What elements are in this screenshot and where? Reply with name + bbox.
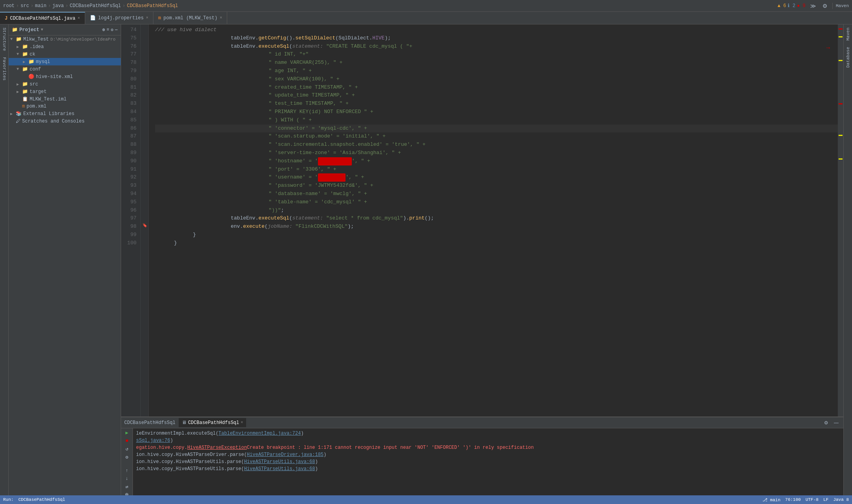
pom-file-icon: m xyxy=(22,104,25,109)
line-col: 76:100 xyxy=(785,497,801,502)
maven-side-label[interactable]: Maven xyxy=(836,4,849,8)
code-line-89: " 'server-time-zone' = 'Asia/Shanghai', … xyxy=(155,149,838,157)
tree-item-scratches[interactable]: ▶ 🖊 Scratches and Consoles xyxy=(9,117,121,125)
tree-item-target[interactable]: ▶ 📁 target xyxy=(9,88,121,95)
tab-log4j-close[interactable]: × xyxy=(146,16,148,20)
code-line-87: " 'scan.startup.mode' = 'initial', " + xyxy=(155,132,838,141)
bottom-settings-btn[interactable]: ⚙ xyxy=(822,419,830,426)
properties-icon: 📄 xyxy=(90,15,96,21)
java-version: Java 8 xyxy=(833,497,849,502)
conf-arrow: ▼ xyxy=(17,67,22,71)
bottom-tab-run[interactable]: 🖥 CDCBasePathHdfsSql × xyxy=(179,418,247,427)
code-line-94: " 'database-name' = 'mwclg', " + xyxy=(155,190,838,198)
idea-arrow: ▶ xyxy=(17,45,22,49)
scroll-markers xyxy=(838,24,843,417)
target-arrow: ▶ xyxy=(17,89,22,94)
hive-site-label: hive-site.xml xyxy=(36,74,73,80)
conf-label: conf xyxy=(30,67,41,72)
code-line-82: " update_time TIMESTAMP, " + xyxy=(155,91,838,100)
console-link-1[interactable]: TableEnvironmentImpl.java:724 xyxy=(219,430,301,437)
warning-scroll-marker-4 xyxy=(839,158,843,160)
line-sep[interactable]: LF xyxy=(823,497,828,502)
console-line-6: ion.hive.copy_HiveASTParseUtils.parse(Hi… xyxy=(136,465,840,472)
code-line-97: tableEnv.executeSql(statement: "select *… xyxy=(155,214,838,223)
git-branch[interactable]: ⎇ main xyxy=(762,497,781,502)
encoding[interactable]: UTF-8 xyxy=(805,497,818,502)
run-label: CDCBasePathHdfsSql xyxy=(124,420,176,426)
code-line-98: env.execute(jobName: "FlinkCDCWithSQL"); xyxy=(155,223,838,231)
bottom-tab-bar: CDCBasePathHdfsSql 🖥 CDCBasePathHdfsSql … xyxy=(121,417,843,428)
sidebar-collapse-icon[interactable]: ≡ xyxy=(106,27,109,32)
bottom-minimize-btn[interactable]: — xyxy=(832,419,840,426)
code-line-93: " 'password' = 'JWTMY5432fd&', " + xyxy=(155,182,838,190)
scroll-down-btn[interactable]: ↓ xyxy=(123,476,131,482)
code-editor[interactable]: /// use hive dialect tableEnv.getConfig(… xyxy=(149,24,838,417)
bottom-tab-run-label: CDCBasePathHdfsSql xyxy=(188,420,239,426)
filter-side-btn[interactable]: ⚙ xyxy=(123,454,131,460)
tree-item-mysql[interactable]: ▶ 📁 mysql xyxy=(9,58,121,65)
run-side-btn[interactable]: ▶ xyxy=(123,430,131,436)
tab-cdc-java-close[interactable]: × xyxy=(78,16,80,20)
tree-item-ck[interactable]: ▼ 📁 ck xyxy=(9,50,121,58)
code-line-85: " ) WITH ( " + xyxy=(155,116,838,125)
tree-item-mlkw-iml[interactable]: ▶ 📋 MLKW_Test.iml xyxy=(9,95,121,103)
breadcrumb-project[interactable]: root xyxy=(3,3,15,9)
tab-pom[interactable]: m pom.xml (MLKW_Test) × xyxy=(153,12,227,24)
code-line-83: " test_time TIMESTAMP, " + xyxy=(155,100,838,108)
maven-label[interactable]: Maven xyxy=(844,24,852,44)
pom-icon: m xyxy=(158,15,161,21)
hive-site-icon: 🔴 xyxy=(28,74,34,80)
breadcrumb-main[interactable]: main xyxy=(35,3,47,9)
tree-item-pom[interactable]: ▶ m pom.xml xyxy=(9,103,121,110)
sidebar-minus-icon[interactable]: — xyxy=(115,27,118,32)
console-link-4[interactable]: HiveASTParseDriver.java:185 xyxy=(247,451,323,458)
bottom-panel: CDCBasePathHdfsSql 🖥 CDCBasePathHdfsSql … xyxy=(121,417,843,495)
ck-folder-icon: 📁 xyxy=(22,51,28,57)
username-redacted: ████████ xyxy=(318,173,346,182)
favorites-label[interactable]: Favorites xyxy=(0,54,8,84)
tree-item-root[interactable]: ▼ 📁 Mlkw_Test D:\Ming\Developer\IdeaPro xyxy=(9,35,121,43)
console-link-3[interactable]: HiveASTParseException xyxy=(187,444,247,451)
code-line-100: } xyxy=(155,239,838,247)
tree-item-idea[interactable]: ▶ 📁 .idea xyxy=(9,43,121,50)
database-label[interactable]: Database xyxy=(844,44,852,71)
tree-item-hive-site[interactable]: ▶ 🔴 hive-site.xml xyxy=(9,73,121,80)
src-arrow: ▶ xyxy=(17,82,22,87)
wrap-btn[interactable]: ⇄ xyxy=(123,484,131,490)
sidebar-target-icon[interactable]: ⊕ xyxy=(103,27,105,32)
clear-btn[interactable]: 🗑 xyxy=(123,492,131,495)
console-line-5: ion.hive.copy.HiveASTParseUtils.parse(Hi… xyxy=(136,458,840,465)
tab-cdc-java[interactable]: J CDCBasePathHdfsSql.java × xyxy=(0,12,85,24)
root-arrow: ▼ xyxy=(10,37,16,41)
code-line-86: " 'connector' = 'mysql-cdc', " + xyxy=(155,125,838,133)
tree-item-src[interactable]: ▶ 📁 src xyxy=(9,80,121,88)
warnings-badge[interactable]: ▲ 6 xyxy=(777,3,786,9)
code-line-77: " id INT, "+" xyxy=(155,50,838,59)
rerun-side-btn[interactable]: ↺ xyxy=(123,446,131,452)
structure-label[interactable]: Structure xyxy=(0,24,8,54)
breadcrumb-method[interactable]: CDCBasePathHdfsSql xyxy=(127,3,178,9)
breadcrumb-class[interactable]: CDCBasePathHdfsSql xyxy=(70,3,121,9)
breadcrumb-java[interactable]: java xyxy=(52,3,64,9)
tree-item-conf[interactable]: ▼ 📁 conf xyxy=(9,65,121,73)
top-bar: root › src › main › java › CDCBasePathHd… xyxy=(0,0,852,12)
scroll-up-btn[interactable]: ↑ xyxy=(123,468,131,474)
info-badge[interactable]: ℹ 2 xyxy=(788,3,795,9)
gutter: 🔖 xyxy=(141,24,149,417)
console-link-5[interactable]: HiveASTParseUtils.java:68 xyxy=(244,458,315,465)
main-layout: Structure Favorites 📁 Project ▼ ⊕ ≡ ⚙ — … xyxy=(0,24,852,495)
sidebar: 📁 Project ▼ ⊕ ≡ ⚙ — ▼ 📁 Mlkw_Test D:\Min… xyxy=(9,24,121,495)
tab-log4j[interactable]: 📄 log4j.properties × xyxy=(85,12,153,24)
console-link-2[interactable]: sSql.java:76 xyxy=(136,437,170,444)
status-cdc-class: CDCBasePathHdfsSql xyxy=(18,497,65,502)
breadcrumb-src[interactable]: src xyxy=(21,3,29,9)
tree-item-ext-lib[interactable]: ▶ 📚 External Libraries xyxy=(9,110,121,117)
console-link-6[interactable]: HiveASTParseUtils.java:68 xyxy=(244,465,315,472)
sidebar-gear-icon[interactable]: ⚙ xyxy=(111,27,114,32)
errors-badge[interactable]: ● 9 xyxy=(797,3,805,9)
expand-btn[interactable]: ≫ xyxy=(809,2,818,10)
stop-side-btn[interactable]: ■ xyxy=(123,438,131,444)
settings-btn[interactable]: ⚙ xyxy=(821,2,829,10)
bottom-tab-close[interactable]: × xyxy=(241,420,243,425)
tab-pom-close[interactable]: × xyxy=(220,16,222,20)
